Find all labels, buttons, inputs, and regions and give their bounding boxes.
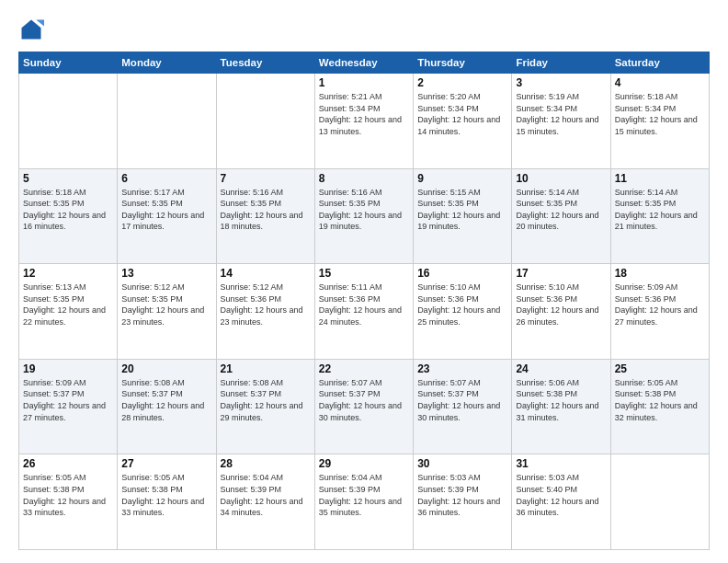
day-info: Sunrise: 5:16 AM Sunset: 5:35 PM Dayligh… (221, 187, 311, 233)
day-number: 24 (516, 362, 606, 375)
day-info: Sunrise: 5:06 AM Sunset: 5:38 PM Dayligh… (516, 377, 606, 423)
day-info: Sunrise: 5:08 AM Sunset: 5:37 PM Dayligh… (121, 377, 211, 423)
weekday-header-saturday: Saturday (610, 52, 709, 74)
calendar-cell: 27Sunrise: 5:05 AM Sunset: 5:38 PM Dayli… (118, 454, 216, 550)
day-number: 4 (615, 76, 705, 89)
day-info: Sunrise: 5:14 AM Sunset: 5:35 PM Dayligh… (516, 187, 606, 233)
day-info: Sunrise: 5:07 AM Sunset: 5:37 PM Dayligh… (319, 377, 409, 423)
day-info: Sunrise: 5:20 AM Sunset: 5:34 PM Dayligh… (417, 91, 507, 137)
day-number: 12 (23, 267, 113, 280)
calendar-cell: 2Sunrise: 5:20 AM Sunset: 5:34 PM Daylig… (414, 74, 512, 169)
day-info: Sunrise: 5:21 AM Sunset: 5:34 PM Dayligh… (319, 91, 409, 137)
day-number: 18 (615, 267, 705, 280)
page: SundayMondayTuesdayWednesdayThursdayFrid… (0, 0, 728, 563)
day-info: Sunrise: 5:16 AM Sunset: 5:35 PM Dayligh… (319, 187, 409, 233)
calendar-cell: 24Sunrise: 5:06 AM Sunset: 5:38 PM Dayli… (512, 359, 610, 454)
day-number: 15 (319, 267, 409, 280)
week-row-5: 26Sunrise: 5:05 AM Sunset: 5:38 PM Dayli… (19, 454, 710, 550)
day-info: Sunrise: 5:17 AM Sunset: 5:35 PM Dayligh… (121, 187, 211, 233)
week-row-3: 12Sunrise: 5:13 AM Sunset: 5:35 PM Dayli… (19, 264, 710, 360)
logo-icon (18, 17, 44, 42)
day-info: Sunrise: 5:03 AM Sunset: 5:39 PM Dayligh… (417, 472, 507, 518)
logo (18, 17, 48, 42)
calendar-cell: 15Sunrise: 5:11 AM Sunset: 5:36 PM Dayli… (314, 264, 413, 360)
day-number: 5 (23, 172, 113, 185)
day-info: Sunrise: 5:14 AM Sunset: 5:35 PM Dayligh… (615, 187, 705, 233)
day-number: 7 (221, 172, 311, 185)
calendar-cell (610, 454, 709, 550)
day-info: Sunrise: 5:03 AM Sunset: 5:40 PM Dayligh… (516, 472, 606, 518)
day-number: 29 (319, 457, 409, 470)
day-info: Sunrise: 5:18 AM Sunset: 5:35 PM Dayligh… (23, 187, 113, 233)
day-number: 23 (417, 362, 507, 375)
day-info: Sunrise: 5:08 AM Sunset: 5:37 PM Dayligh… (221, 377, 311, 423)
day-info: Sunrise: 5:04 AM Sunset: 5:39 PM Dayligh… (319, 472, 409, 518)
calendar-cell: 6Sunrise: 5:17 AM Sunset: 5:35 PM Daylig… (118, 168, 216, 264)
day-number: 27 (121, 457, 211, 470)
day-info: Sunrise: 5:04 AM Sunset: 5:39 PM Dayligh… (221, 472, 311, 518)
calendar-cell: 17Sunrise: 5:10 AM Sunset: 5:36 PM Dayli… (512, 264, 610, 360)
calendar-cell: 30Sunrise: 5:03 AM Sunset: 5:39 PM Dayli… (414, 454, 512, 550)
calendar-cell: 7Sunrise: 5:16 AM Sunset: 5:35 PM Daylig… (216, 168, 314, 264)
calendar-cell (216, 74, 314, 169)
day-number: 22 (319, 362, 409, 375)
day-number: 11 (615, 172, 705, 185)
calendar-cell: 4Sunrise: 5:18 AM Sunset: 5:34 PM Daylig… (610, 74, 709, 169)
calendar-cell: 3Sunrise: 5:19 AM Sunset: 5:34 PM Daylig… (512, 74, 610, 169)
day-info: Sunrise: 5:09 AM Sunset: 5:37 PM Dayligh… (23, 377, 113, 423)
weekday-header-thursday: Thursday (414, 52, 512, 74)
day-info: Sunrise: 5:09 AM Sunset: 5:36 PM Dayligh… (615, 282, 705, 327)
day-number: 28 (221, 457, 311, 470)
day-info: Sunrise: 5:10 AM Sunset: 5:36 PM Dayligh… (417, 282, 507, 327)
calendar-cell: 5Sunrise: 5:18 AM Sunset: 5:35 PM Daylig… (19, 168, 118, 264)
calendar-cell: 31Sunrise: 5:03 AM Sunset: 5:40 PM Dayli… (512, 454, 610, 550)
calendar-cell: 11Sunrise: 5:14 AM Sunset: 5:35 PM Dayli… (610, 168, 709, 264)
calendar-cell (118, 74, 216, 169)
day-info: Sunrise: 5:12 AM Sunset: 5:36 PM Dayligh… (221, 282, 311, 327)
day-info: Sunrise: 5:18 AM Sunset: 5:34 PM Dayligh… (615, 91, 705, 137)
weekday-header-monday: Monday (118, 52, 216, 74)
svg-marker-0 (22, 20, 41, 40)
day-info: Sunrise: 5:07 AM Sunset: 5:37 PM Dayligh… (417, 377, 507, 423)
day-number: 6 (121, 172, 211, 185)
week-row-1: 1Sunrise: 5:21 AM Sunset: 5:34 PM Daylig… (19, 74, 710, 169)
weekday-header-tuesday: Tuesday (216, 52, 314, 74)
day-number: 10 (516, 172, 606, 185)
calendar-cell: 28Sunrise: 5:04 AM Sunset: 5:39 PM Dayli… (216, 454, 314, 550)
day-info: Sunrise: 5:15 AM Sunset: 5:35 PM Dayligh… (417, 187, 507, 233)
week-row-4: 19Sunrise: 5:09 AM Sunset: 5:37 PM Dayli… (19, 359, 710, 454)
day-number: 20 (121, 362, 211, 375)
day-info: Sunrise: 5:05 AM Sunset: 5:38 PM Dayligh… (121, 472, 211, 518)
calendar-cell: 29Sunrise: 5:04 AM Sunset: 5:39 PM Dayli… (314, 454, 413, 550)
day-number: 9 (417, 172, 507, 185)
calendar-cell (19, 74, 118, 169)
day-info: Sunrise: 5:12 AM Sunset: 5:35 PM Dayligh… (121, 282, 211, 327)
week-row-2: 5Sunrise: 5:18 AM Sunset: 5:35 PM Daylig… (19, 168, 710, 264)
day-info: Sunrise: 5:11 AM Sunset: 5:36 PM Dayligh… (319, 282, 409, 327)
day-number: 21 (221, 362, 311, 375)
day-number: 13 (121, 267, 211, 280)
calendar-cell: 16Sunrise: 5:10 AM Sunset: 5:36 PM Dayli… (414, 264, 512, 360)
day-number: 3 (516, 76, 606, 89)
day-info: Sunrise: 5:19 AM Sunset: 5:34 PM Dayligh… (516, 91, 606, 137)
calendar-cell: 13Sunrise: 5:12 AM Sunset: 5:35 PM Dayli… (118, 264, 216, 360)
day-number: 31 (516, 457, 606, 470)
day-number: 2 (417, 76, 507, 89)
day-number: 8 (319, 172, 409, 185)
day-number: 25 (615, 362, 705, 375)
calendar-cell: 20Sunrise: 5:08 AM Sunset: 5:37 PM Dayli… (118, 359, 216, 454)
calendar-cell: 26Sunrise: 5:05 AM Sunset: 5:38 PM Dayli… (19, 454, 118, 550)
calendar-cell: 19Sunrise: 5:09 AM Sunset: 5:37 PM Dayli… (19, 359, 118, 454)
calendar-table: SundayMondayTuesdayWednesdayThursdayFrid… (18, 52, 710, 550)
calendar-cell: 12Sunrise: 5:13 AM Sunset: 5:35 PM Dayli… (19, 264, 118, 360)
calendar-cell: 22Sunrise: 5:07 AM Sunset: 5:37 PM Dayli… (314, 359, 413, 454)
weekday-header-row: SundayMondayTuesdayWednesdayThursdayFrid… (19, 52, 710, 74)
day-info: Sunrise: 5:05 AM Sunset: 5:38 PM Dayligh… (615, 377, 705, 423)
day-number: 16 (417, 267, 507, 280)
day-number: 19 (23, 362, 113, 375)
calendar-cell: 8Sunrise: 5:16 AM Sunset: 5:35 PM Daylig… (314, 168, 413, 264)
calendar-cell: 1Sunrise: 5:21 AM Sunset: 5:34 PM Daylig… (314, 74, 413, 169)
calendar-cell: 23Sunrise: 5:07 AM Sunset: 5:37 PM Dayli… (414, 359, 512, 454)
day-number: 30 (417, 457, 507, 470)
weekday-header-friday: Friday (512, 52, 610, 74)
